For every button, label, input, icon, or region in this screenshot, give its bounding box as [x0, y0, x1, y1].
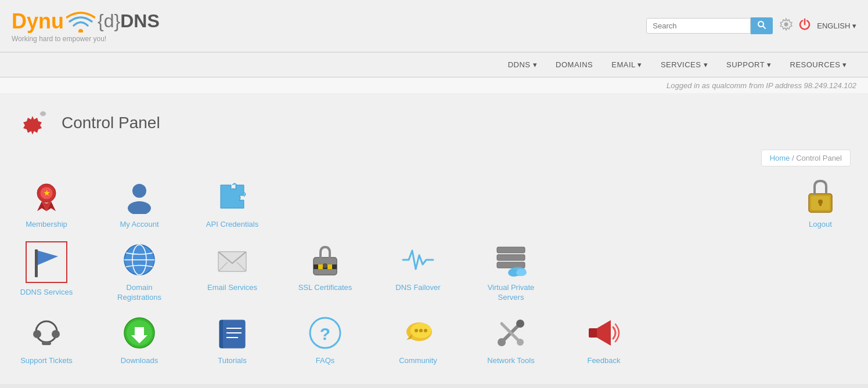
nav-bar: DDNS ▾ DOMAINS EMAIL ▾ SERVICES ▾ SUPPOR… [0, 52, 868, 78]
email-services-label: Email Services [207, 283, 257, 293]
page-title: Control Panel [62, 114, 160, 132]
svg-point-56 [424, 329, 427, 332]
svg-point-12 [132, 184, 146, 198]
logout-area[interactable]: Logout [802, 178, 839, 230]
virtual-private-servers-icon [492, 241, 530, 278]
control-panel-icon [17, 106, 52, 140]
svg-point-3 [784, 23, 788, 27]
nav-email[interactable]: EMAIL ▾ [602, 53, 651, 76]
svg-point-36 [516, 269, 527, 276]
page-content: Control Panel Home / Control Panel [0, 94, 868, 384]
language-selector[interactable]: ENGLISH ▾ [817, 21, 856, 30]
svg-rect-32 [497, 255, 525, 260]
logo-tagline: Working hard to empower you! [12, 35, 160, 43]
faqs-label: FAQs [316, 356, 335, 366]
breadcrumb-current: Control Panel [796, 154, 842, 162]
login-info: Logged in as qualcomm from IP address 98… [667, 81, 856, 90]
cp-item-faqs[interactable]: ? FAQs [296, 314, 354, 366]
cp-item-support-tickets[interactable]: Support Tickets [17, 314, 75, 366]
feedback-label: Feedback [587, 356, 620, 366]
community-label: Community [399, 356, 437, 366]
search-button[interactable] [751, 17, 773, 34]
cp-item-api-credentials[interactable]: API Credentials [203, 178, 261, 230]
cp-item-email-services[interactable]: Email Services [203, 241, 261, 293]
virtual-private-servers-label: Virtual Private Servers [482, 283, 540, 303]
login-bar: Logged in as qualcomm from IP address 98… [0, 78, 868, 94]
svg-rect-62 [589, 328, 597, 338]
dns-failover-icon [399, 241, 437, 278]
logo-area: Dynu {d}DNS Working hard to empower you! [12, 9, 160, 43]
svg-point-38 [33, 330, 41, 338]
domain-registrations-icon [121, 241, 158, 278]
svg-text:?: ? [320, 324, 330, 343]
my-account-label: My Account [120, 220, 159, 230]
cp-item-domain-registrations[interactable]: Domain Registrations [110, 241, 168, 303]
svg-point-55 [419, 329, 423, 332]
search-input[interactable] [646, 18, 751, 34]
power-button[interactable] [798, 18, 811, 34]
cp-item-membership[interactable]: ★ Membership [17, 178, 75, 230]
page-title-icon [17, 106, 52, 140]
feedback-icon [585, 314, 622, 351]
cp-item-virtual-private-servers[interactable]: Virtual Private Servers [482, 241, 540, 303]
network-tools-icon [492, 314, 530, 351]
breadcrumb-home[interactable]: Home [770, 154, 790, 162]
cp-item-downloads[interactable]: Downloads [110, 314, 168, 366]
logo-dynu[interactable]: Dynu [12, 9, 64, 34]
svg-point-59 [516, 320, 524, 328]
svg-rect-40 [42, 342, 51, 345]
header: Dynu {d}DNS Working hard to empower you! [0, 0, 868, 52]
cp-row-1: ★ Membership My Account [17, 178, 851, 230]
svg-point-39 [52, 330, 60, 338]
svg-text:★: ★ [44, 189, 50, 197]
header-icons: ENGLISH ▾ [780, 18, 856, 34]
svg-point-13 [128, 201, 151, 214]
breadcrumb: Home / Control Panel [761, 150, 851, 166]
downloads-icon [121, 314, 158, 351]
nav-support[interactable]: SUPPORT ▾ [717, 53, 780, 76]
ddns-services-label: DDNS Services [20, 288, 73, 298]
cp-item-ssl-certificates[interactable]: SSL Certificates [296, 241, 354, 293]
membership-icon: ★ [28, 178, 65, 215]
my-account-icon [121, 178, 158, 215]
nav-resources[interactable]: RESOURCES ▾ [781, 53, 856, 76]
wifi-icon [66, 10, 95, 32]
svg-rect-27 [314, 264, 318, 269]
cp-item-community[interactable]: Community [389, 314, 447, 366]
cp-row-2: DDNS Services Domain Registrations [17, 241, 851, 303]
faqs-icon: ? [307, 314, 344, 351]
svg-rect-18 [35, 249, 38, 277]
svg-point-61 [517, 339, 524, 346]
nav-services[interactable]: SERVICES ▾ [651, 53, 717, 76]
cp-item-network-tools[interactable]: Network Tools [482, 314, 540, 366]
cp-item-feedback[interactable]: Feedback [575, 314, 633, 366]
ssl-certificates-label: SSL Certificates [298, 283, 352, 293]
cp-item-tutorials[interactable]: Tutorials [203, 314, 261, 366]
cp-row-3: Support Tickets Downloads [17, 314, 851, 366]
svg-line-2 [763, 26, 765, 28]
power-icon [798, 18, 811, 31]
tutorials-icon [214, 314, 251, 351]
cp-item-ddns-services[interactable]: DDNS Services [17, 241, 75, 298]
tutorials-label: Tutorials [218, 356, 246, 366]
support-tickets-label: Support Tickets [20, 356, 73, 366]
logout-icon [802, 178, 839, 215]
svg-rect-17 [819, 202, 822, 206]
logo-dns: {d}DNS [98, 10, 160, 32]
nav-items: DDNS ▾ DOMAINS EMAIL ▾ SERVICES ▾ SUPPOR… [499, 53, 856, 76]
email-services-icon [214, 241, 251, 278]
logout-label: Logout [809, 220, 832, 230]
svg-point-58 [498, 338, 506, 346]
search-icon [758, 21, 766, 29]
cp-item-my-account[interactable]: My Account [110, 178, 168, 230]
settings-button[interactable] [780, 18, 793, 34]
api-credentials-label: API Credentials [206, 220, 258, 230]
ddns-services-icon [26, 241, 67, 283]
domain-registrations-label: Domain Registrations [110, 283, 168, 303]
membership-label: Membership [26, 220, 67, 230]
header-right: ENGLISH ▾ [646, 17, 856, 34]
nav-domains[interactable]: DOMAINS [546, 53, 602, 76]
gear-icon [780, 18, 793, 31]
cp-item-dns-failover[interactable]: DNS Failover [389, 241, 447, 293]
nav-ddns[interactable]: DDNS ▾ [499, 53, 546, 76]
